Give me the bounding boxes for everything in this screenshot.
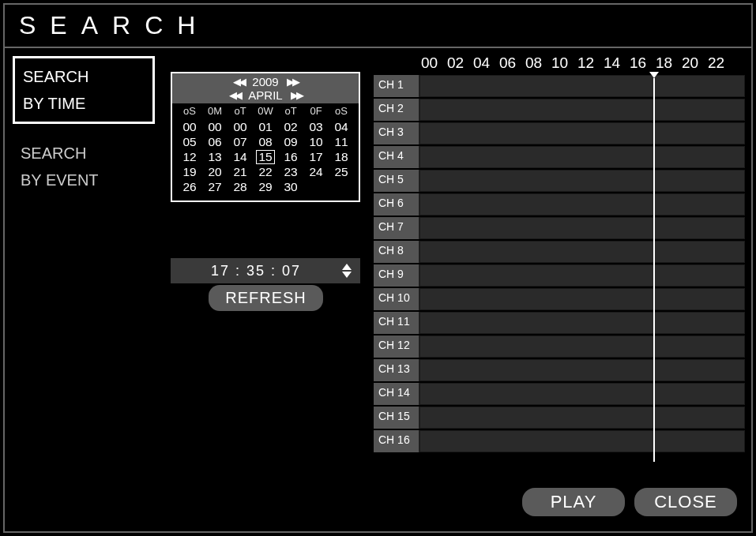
channel-track[interactable] (419, 170, 745, 192)
channel-track[interactable] (419, 241, 745, 263)
channel-row: CH 7 (374, 217, 745, 239)
calendar-day[interactable]: 13 (202, 150, 228, 164)
calendar-weekday: oT (228, 105, 253, 117)
calendar-day[interactable]: 03 (303, 120, 329, 134)
calendar-weekday: 0F (303, 105, 329, 117)
timeline-hour-label: 00 (421, 54, 447, 72)
channel-track[interactable] (419, 99, 745, 121)
channel-track[interactable] (419, 75, 745, 97)
channel-track[interactable] (419, 193, 745, 216)
channel-track[interactable] (419, 430, 745, 452)
channel-label: CH 15 (374, 407, 419, 429)
calendar-day[interactable]: 27 (202, 180, 228, 194)
calendar-weekday-row: oS0MoT0WoT0FoS (172, 103, 359, 118)
channel-track[interactable] (419, 146, 745, 168)
channel-track[interactable] (419, 383, 745, 405)
calendar-day[interactable]: 20 (202, 165, 228, 179)
channel-track[interactable] (419, 264, 745, 287)
calendar-day[interactable]: 02 (278, 120, 303, 134)
channel-label: CH 2 (374, 99, 419, 121)
channel-track[interactable] (419, 288, 745, 310)
calendar-day[interactable]: 19 (177, 165, 202, 179)
calendar-day[interactable]: 23 (278, 165, 303, 179)
channel-label: CH 14 (374, 383, 419, 405)
timeline-hour-label: 08 (525, 54, 551, 72)
calendar-day[interactable]: 07 (228, 135, 253, 149)
timeline-hour-label: 16 (630, 54, 656, 72)
channel-label: CH 6 (374, 193, 419, 216)
calendar-grid: 0000000102030405060708091011121314151617… (172, 118, 359, 201)
sidebar-item-search-by-event[interactable]: SEARCH BY EVENT (13, 135, 155, 198)
channel-label: CH 9 (374, 264, 419, 287)
calendar-day[interactable]: 12 (177, 150, 202, 164)
channel-list: CH 1CH 2CH 3CH 4CH 5CH 6CH 7CH 8CH 9CH 1… (374, 75, 745, 452)
channel-row: CH 9 (374, 264, 745, 287)
channel-label: CH 4 (374, 146, 419, 168)
month-prev-icon[interactable]: ◀◀ (229, 89, 240, 101)
year-prev-icon[interactable]: ◀◀ (233, 76, 244, 88)
calendar-day[interactable]: 26 (177, 180, 202, 194)
calendar-day[interactable]: 05 (177, 135, 202, 149)
calendar-day[interactable]: 00 (228, 120, 253, 134)
channel-row: CH 10 (374, 288, 745, 310)
timeline-hours-row: 000204060810121416182022 (374, 54, 745, 72)
calendar-day[interactable]: 04 (329, 120, 354, 134)
month-next-icon[interactable]: ▶▶ (291, 89, 302, 101)
channel-track[interactable] (419, 217, 745, 239)
calendar-day[interactable]: 10 (303, 135, 329, 149)
channel-label: CH 8 (374, 241, 419, 263)
calendar-day[interactable]: 28 (228, 180, 253, 194)
svg-marker-1 (342, 272, 352, 278)
calendar-day[interactable]: 30 (278, 180, 303, 194)
channel-row: CH 11 (374, 312, 745, 334)
calendar-day[interactable]: 17 (303, 150, 329, 164)
chevron-down-icon[interactable] (341, 271, 352, 279)
calendar-day[interactable]: 00 (177, 120, 202, 134)
calendar-day[interactable]: 14 (228, 150, 253, 164)
timeline-hour-label: 04 (473, 54, 499, 72)
timeline-hour-label: 20 (682, 54, 708, 72)
calendar-day[interactable]: 06 (202, 135, 228, 149)
calendar-day[interactable]: 11 (329, 135, 354, 149)
sidebar-item-search-by-time[interactable]: SEARCH BY TIME (13, 56, 155, 124)
calendar-day[interactable]: 16 (278, 150, 303, 164)
refresh-button[interactable]: REFRESH (209, 285, 323, 311)
calendar-day[interactable]: 24 (303, 165, 329, 179)
calendar-day[interactable]: 22 (253, 165, 278, 179)
calendar-weekday: 0M (202, 105, 228, 117)
calendar-day[interactable]: 08 (253, 135, 278, 149)
channel-row: CH 16 (374, 430, 745, 452)
time-spinner[interactable] (341, 261, 357, 281)
close-button[interactable]: CLOSE (634, 488, 737, 516)
calendar-day[interactable]: 18 (329, 150, 354, 164)
channel-row: CH 13 (374, 359, 745, 381)
channel-row: CH 6 (374, 193, 745, 216)
channel-label: CH 3 (374, 122, 419, 144)
calendar-day[interactable]: 00 (202, 120, 228, 134)
year-next-icon[interactable]: ▶▶ (287, 76, 298, 88)
channel-label: CH 13 (374, 359, 419, 381)
channel-track[interactable] (419, 407, 745, 429)
channel-label: CH 16 (374, 430, 419, 452)
channel-track[interactable] (419, 359, 745, 381)
calendar-year: 2009 (252, 75, 278, 88)
play-button[interactable]: PLAY (522, 488, 625, 516)
calendar-day[interactable]: 29 (253, 180, 278, 194)
channel-track[interactable] (419, 335, 745, 358)
calendar-day[interactable]: 25 (329, 165, 354, 179)
calendar-day[interactable]: 01 (253, 120, 278, 134)
timeline-hour-label: 12 (577, 54, 604, 72)
chevron-up-icon[interactable] (341, 263, 352, 271)
calendar-day[interactable]: 15 (253, 150, 278, 164)
calendar-day[interactable]: 09 (278, 135, 303, 149)
channel-label: CH 5 (374, 170, 419, 192)
channel-label: CH 10 (374, 288, 419, 310)
sidebar: SEARCH BY TIME SEARCH BY EVENT (13, 56, 155, 198)
channel-label: CH 11 (374, 312, 419, 334)
channel-track[interactable] (419, 312, 745, 334)
calendar-day[interactable]: 21 (228, 165, 253, 179)
channel-row: CH 12 (374, 335, 745, 358)
time-stepper[interactable]: 17 : 35 : 07 (171, 258, 360, 283)
channel-track[interactable] (419, 122, 745, 144)
calendar-weekday: oS (177, 105, 202, 117)
